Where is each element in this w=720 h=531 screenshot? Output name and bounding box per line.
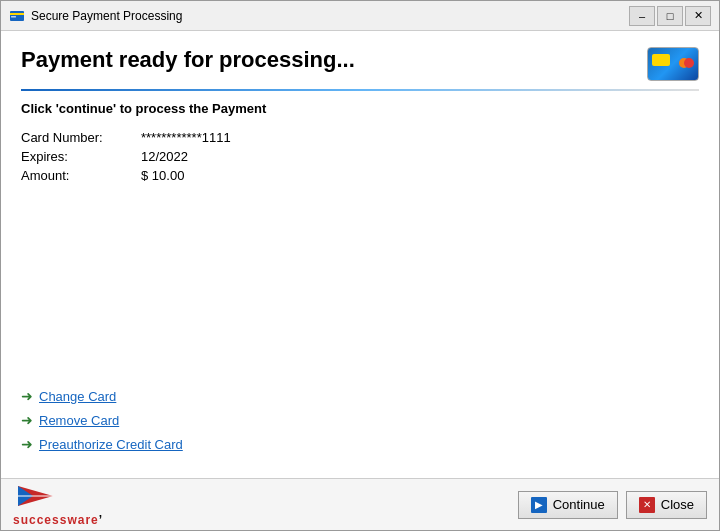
app-icon: [9, 8, 25, 24]
header-divider: [21, 89, 699, 91]
minimize-button[interactable]: –: [629, 6, 655, 26]
card-number-label: Card Number:: [21, 130, 141, 145]
continue-icon: ▶: [531, 497, 547, 513]
window-controls: – □ ✕: [629, 6, 711, 26]
window-title: Secure Payment Processing: [31, 9, 629, 23]
remove-card-link[interactable]: Remove Card: [39, 413, 119, 428]
expires-value: 12/2022: [141, 149, 699, 164]
content-area: Payment ready for processing... Click 'c…: [1, 31, 719, 478]
close-label: Close: [661, 497, 694, 512]
remove-card-link-item[interactable]: ➜ Remove Card: [21, 412, 699, 428]
logo-text: successware’: [13, 513, 103, 527]
change-card-link-item[interactable]: ➜ Change Card: [21, 388, 699, 404]
payment-info-table: Card Number: ************1111 Expires: 1…: [21, 130, 699, 183]
continue-label: Continue: [553, 497, 605, 512]
amount-value: $ 10.00: [141, 168, 699, 183]
footer-buttons: ▶ Continue ✕ Close: [518, 491, 707, 519]
change-card-link[interactable]: Change Card: [39, 389, 116, 404]
card-number-value: ************1111: [141, 130, 699, 145]
credit-card-icon: [647, 47, 699, 81]
close-icon: ✕: [639, 497, 655, 513]
preauthorize-link-item[interactable]: ➜ Preauthorize Credit Card: [21, 436, 699, 452]
expires-label: Expires:: [21, 149, 141, 164]
header-row: Payment ready for processing...: [21, 47, 699, 81]
footer: successware’ ▶ Continue ✕ Close: [1, 478, 719, 530]
preauthorize-link[interactable]: Preauthorize Credit Card: [39, 437, 183, 452]
title-bar: Secure Payment Processing – □ ✕: [1, 1, 719, 31]
logo-area: successware’: [13, 482, 103, 527]
subtitle-text: Click 'continue' to process the Payment: [21, 101, 699, 116]
close-button[interactable]: ✕ Close: [626, 491, 707, 519]
amount-label: Amount:: [21, 168, 141, 183]
logo-icon: [13, 482, 63, 513]
preauthorize-arrow-icon: ➜: [21, 436, 33, 452]
links-section: ➜ Change Card ➜ Remove Card ➜ Preauthori…: [21, 388, 699, 452]
main-window: Secure Payment Processing – □ ✕ Payment …: [0, 0, 720, 531]
window-close-button[interactable]: ✕: [685, 6, 711, 26]
svg-rect-2: [11, 16, 16, 18]
svg-rect-1: [10, 13, 24, 15]
continue-button[interactable]: ▶ Continue: [518, 491, 618, 519]
page-title: Payment ready for processing...: [21, 47, 355, 73]
change-card-arrow-icon: ➜: [21, 388, 33, 404]
maximize-button[interactable]: □: [657, 6, 683, 26]
remove-card-arrow-icon: ➜: [21, 412, 33, 428]
